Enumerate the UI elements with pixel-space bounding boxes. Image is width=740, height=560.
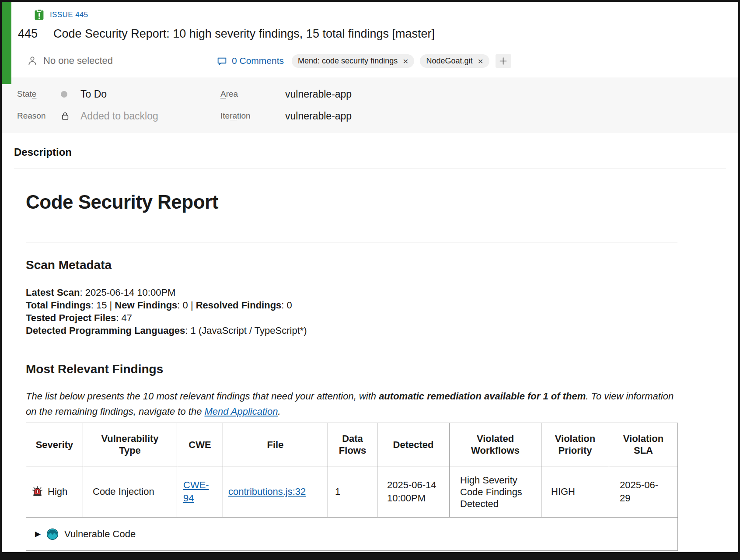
mend-application-link[interactable]: Mend Application	[205, 406, 278, 417]
vulnerable-code-toggle[interactable]: ▶ Vulnerable Code	[35, 528, 677, 541]
scan-metadata-heading: Scan Metadata	[26, 258, 677, 272]
description-divider	[14, 168, 726, 168]
cell-file: contributions.js:32	[223, 466, 328, 518]
col-header-detected: Detected	[377, 423, 450, 466]
reason-label: Reason	[17, 111, 61, 121]
scan-new-value: : 0 |	[177, 300, 195, 311]
iteration-field: Iteration vulnerable-app	[220, 105, 738, 127]
cell-violated-workflows: High Severity Code Findings Detected	[450, 466, 541, 518]
intro-text: .	[278, 406, 280, 417]
findings-heading: Most Relevant Findings	[26, 362, 677, 376]
description-heading: Description	[14, 146, 726, 158]
fields-panel: State To Do Reason Added to backlog	[2, 77, 738, 133]
scan-languages-value: : 1 (JavaScript / TypeScript*)	[185, 325, 307, 336]
work-item-id: 445	[18, 27, 38, 41]
work-item-header: ISSUE 445 445 Code Security Report: 10 h…	[2, 2, 738, 70]
tag-list: Mend: code security findings × NodeGoat.…	[292, 54, 511, 68]
table-row-details: ▶ Vulnerable Code	[26, 518, 678, 551]
area-field: Area vulnerable-app	[220, 83, 738, 105]
report-title: Code Security Report	[26, 191, 677, 213]
intro-bold-text: automatic remediation available for 1 of…	[379, 391, 586, 402]
scan-tested-label: Tested Project Files	[26, 312, 116, 323]
scan-total-value: : 15 |	[91, 300, 115, 311]
file-link[interactable]: contributions.js:32	[228, 486, 306, 497]
area-label: Area	[220, 89, 285, 99]
person-icon	[27, 55, 38, 66]
work-item-form: ISSUE 445 445 Code Security Report: 10 h…	[0, 0, 740, 560]
tag-pill[interactable]: NodeGoat.git ×	[420, 54, 489, 68]
cell-data-flows: 1	[328, 466, 377, 518]
cell-detected: 2025-06-14 10:00PM	[377, 466, 450, 518]
work-item-type-link[interactable]: ISSUE 445	[50, 10, 88, 19]
siren-icon	[31, 485, 44, 499]
severity-value: High	[48, 485, 67, 498]
assignee-picker[interactable]: No one selected	[27, 55, 113, 66]
work-item-type-color-bar	[2, 2, 11, 84]
table-row-finding: High Code Injection CWE-94 contributions…	[26, 466, 678, 518]
tag-remove-icon[interactable]: ×	[478, 56, 483, 66]
area-column: Area vulnerable-app Iteration vulnerable…	[220, 83, 738, 127]
findings-intro: The list below presents the 10 most rele…	[26, 388, 677, 419]
state-column: State To Do Reason Added to backlog	[17, 83, 220, 127]
issue-type-icon	[33, 9, 45, 21]
cell-severity: High	[26, 466, 83, 518]
comments-count-label: 0 Comments	[232, 56, 284, 66]
col-header-violation-priority: Violation Priority	[541, 423, 609, 466]
vulnerable-code-label: Vulnerable Code	[64, 528, 136, 541]
reason-lock	[61, 111, 80, 121]
findings-table: Severity Vulnerability Type CWE File Dat…	[26, 423, 678, 551]
col-header-violation-sla: Violation SLA	[609, 423, 678, 466]
state-label: State	[17, 89, 61, 99]
intro-text: The list below presents the 10 most rele…	[26, 391, 379, 402]
tag-label: NodeGoat.git	[426, 56, 472, 66]
col-header-severity: Severity	[26, 423, 83, 466]
scan-metadata-text: Latest Scan: 2025-06-14 10:00PM Total Fi…	[26, 286, 677, 337]
tag-label: Mend: code security findings	[298, 56, 398, 66]
work-item-title[interactable]: Code Security Report: 10 high severity f…	[53, 27, 435, 41]
disclosure-triangle-icon: ▶	[35, 528, 41, 541]
mend-logo-icon	[46, 528, 59, 540]
scan-languages-label: Detected Programming Languages	[26, 325, 185, 336]
area-value[interactable]: vulnerable-app	[285, 88, 352, 100]
title-row: 445 Code Security Report: 10 high severi…	[18, 27, 738, 41]
col-header-data-flows: Data Flows	[328, 423, 377, 466]
iteration-label: Iteration	[220, 111, 285, 121]
col-header-file: File	[223, 423, 328, 466]
col-header-violated-workflows: Violated Workflows	[450, 423, 541, 466]
col-header-cwe: CWE	[177, 423, 223, 466]
report-divider	[26, 242, 677, 242]
tag-remove-icon[interactable]: ×	[403, 56, 408, 66]
comments-button[interactable]: 0 Comments	[216, 56, 284, 66]
scan-latest-label: Latest Scan	[26, 287, 80, 298]
cell-violation-sla: 2025-06-29	[609, 466, 678, 518]
cell-violation-priority: HIGH	[541, 466, 609, 518]
state-value[interactable]: To Do	[80, 88, 107, 100]
add-tag-button[interactable]	[496, 54, 511, 68]
description-section: Description Code Security Report Scan Me…	[2, 146, 738, 551]
assignee-label: No one selected	[43, 55, 113, 66]
cell-cwe: CWE-94	[177, 466, 223, 518]
scan-tested-value: : 47	[116, 312, 132, 323]
meta-row: No one selected 0 Comments Mend: code se…	[18, 51, 738, 70]
scan-resolved-label: Resolved Findings	[196, 300, 282, 311]
state-indicator	[61, 91, 80, 98]
description-body[interactable]: Code Security Report Scan Metadata Lates…	[26, 191, 677, 551]
state-dot-icon	[61, 91, 67, 98]
reason-value: Added to backlog	[80, 110, 158, 122]
col-header-vulnerability-type: Vulnerability Type	[83, 423, 177, 466]
comment-bubble-icon	[216, 56, 227, 66]
scan-new-label: New Findings	[115, 300, 177, 311]
scan-total-label: Total Findings	[26, 300, 91, 311]
scan-resolved-value: : 0	[281, 300, 292, 311]
reason-field: Reason Added to backlog	[17, 105, 220, 127]
iteration-value[interactable]: vulnerable-app	[285, 110, 352, 122]
cell-details: ▶ Vulnerable Code	[26, 518, 678, 551]
tag-pill[interactable]: Mend: code security findings ×	[292, 54, 414, 68]
plus-icon	[499, 57, 507, 65]
cell-vulnerability-type: Code Injection	[83, 466, 177, 518]
cwe-link[interactable]: CWE-94	[183, 480, 209, 504]
table-header-row: Severity Vulnerability Type CWE File Dat…	[26, 423, 678, 466]
state-field: State To Do	[17, 83, 220, 105]
work-item-type-row: ISSUE 445	[33, 9, 738, 21]
scan-latest-value: : 2025-06-14 10:00PM	[80, 287, 176, 298]
